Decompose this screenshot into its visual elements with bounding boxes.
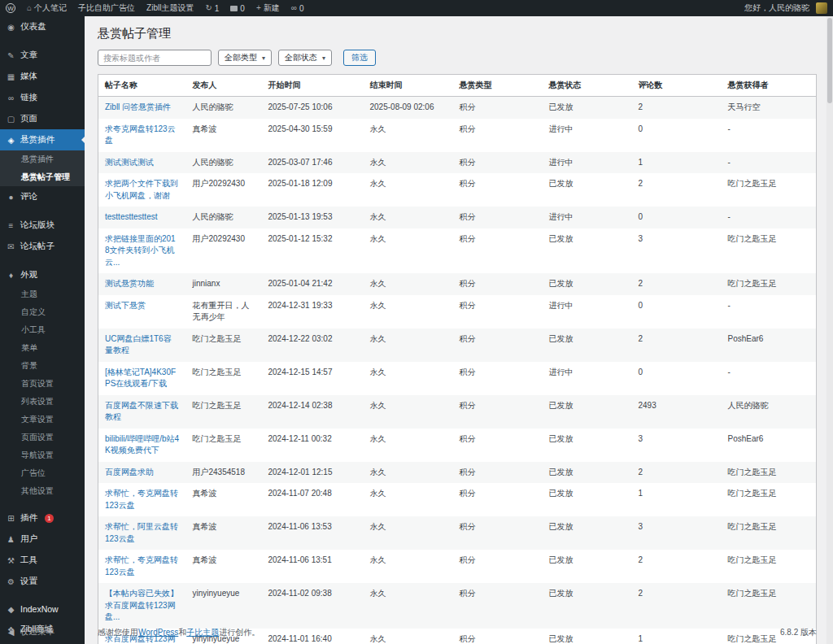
account-menu[interactable]: 您好，人民的骆驼	[739, 0, 833, 16]
sidebar-item-ad-slots[interactable]: 广告位	[0, 464, 85, 482]
post-title-link[interactable]: [格林笔记TA]4K30FPS在线观看/下载	[105, 368, 176, 389]
filter-bar: 全部类型 ▾ 全部状态 ▾ 筛选	[98, 50, 817, 66]
post-title-link[interactable]: 求帮忙，夸克网盘转123云盘	[105, 555, 178, 577]
post-title-link[interactable]: 【本帖内容已失效】求百度网盘转123网盘...	[105, 589, 178, 621]
sidebar-item-comments[interactable]: ●评论	[0, 186, 85, 207]
table-row: testtesttesttest人民的骆驼2025-01-13 19:53永久积…	[98, 207, 817, 228]
sidebar-item-menus[interactable]: 菜单	[0, 339, 85, 357]
sidebar-item-other-settings[interactable]: 其他设置	[0, 482, 85, 500]
cell-comments: 2	[632, 583, 722, 629]
sidebar-item-tools[interactable]: ⚒工具	[0, 550, 85, 571]
cell-type: 积分	[453, 462, 543, 484]
post-title-link[interactable]: 测试测试测试	[105, 158, 154, 167]
cell-comments: 0	[632, 295, 722, 329]
sidebar-item-bounty-plugin[interactable]: ◈悬赏插件	[0, 129, 85, 150]
cell-winner: 吃门之匙玉足	[722, 273, 817, 295]
admin-bar-ad-menu[interactable]: 子比自助广告位	[72, 0, 141, 16]
filter-button[interactable]: 筛选	[343, 50, 376, 66]
updates-menu[interactable]: ↻ 1	[199, 0, 225, 16]
cell-author: 真希波	[186, 119, 262, 152]
sidebar-item-themes[interactable]: 主题	[0, 285, 85, 303]
cell-start: 2025-01-13 19:53	[262, 207, 364, 228]
post-title-link[interactable]: 百度网盘求助	[105, 468, 154, 476]
sidebar-item-page-settings[interactable]: 页面设置	[0, 429, 85, 446]
scrollbar[interactable]	[826, 16, 833, 644]
table-header-row: 帖子名称发布人开始时间结束时间悬赏类型悬赏状态评论数悬赏获得者	[98, 75, 817, 97]
cell-name: [格林笔记TA]4K30FPS在线观看/下载	[98, 362, 186, 395]
sidebar-item-nav-settings[interactable]: 导航设置	[0, 446, 85, 464]
post-title-link[interactable]: 求把链接里面的2018文件夹转到小飞机云...	[105, 234, 176, 267]
cell-end: 永久	[364, 395, 453, 429]
theme-link[interactable]: 子比主题	[186, 628, 219, 637]
cell-winner: -	[722, 152, 817, 174]
sidebar-item-label: 导航设置	[21, 450, 54, 459]
sidebar-item-label: 文章	[20, 50, 37, 61]
sidebar-item-forum-posts[interactable]: ✉论坛帖子	[0, 236, 85, 257]
table-row: 测试悬赏功能jinnianx2025-01-04 21:42永久积分已发放2吃门…	[98, 273, 817, 295]
sidebar-item-label: 悬赏帖子管理	[21, 172, 70, 181]
post-title-link[interactable]: bilibili/哔哩哔哩/b站4K视频免费代下	[105, 434, 179, 455]
post-title-link[interactable]: 测试下悬赏	[105, 301, 146, 310]
post-title-link[interactable]: 求帮忙，阿里云盘转123云盘	[105, 522, 178, 543]
sidebar-item-dashboard[interactable]: ◉仪表盘	[0, 16, 85, 37]
footer: 感谢您使用WordPress和子比主题进行创作。 6.8.2 版本	[98, 627, 817, 638]
cell-status: 进行中	[543, 362, 632, 395]
sidebar-item-collapse-menu[interactable]: ◀ 收起菜单	[0, 621, 85, 642]
sidebar-item-indexnow[interactable]: ◆IndexNow	[0, 599, 85, 619]
comments-menu[interactable]: 0	[225, 0, 251, 16]
cell-name: 求帮忙，阿里云盘转123云盘	[98, 516, 186, 550]
sidebar-item-links[interactable]: ∞链接	[0, 87, 85, 108]
cell-type: 积分	[453, 329, 543, 362]
wordpress-menu[interactable]: W	[0, 0, 21, 16]
status-filter-select[interactable]: 全部状态 ▾	[278, 50, 332, 66]
links-menu[interactable]: ∞ 0	[286, 0, 310, 16]
cell-comments: 3	[632, 516, 722, 550]
post-title-link[interactable]: 百度网盘不限速下载教程	[105, 401, 178, 422]
wordpress-link[interactable]: WordPress	[138, 628, 178, 637]
sidebar-item-post-settings[interactable]: 文章设置	[0, 411, 85, 429]
post-title-link[interactable]: 求帮忙，夸克网盘转123云盘	[105, 489, 178, 510]
post-title-link[interactable]: 求把两个文件下载到小飞机网盘，谢谢	[105, 179, 178, 200]
sidebar-item-background[interactable]: 背景	[0, 357, 85, 375]
chevron-down-icon: ▾	[322, 54, 325, 62]
sidebar-item-label: 自定义	[21, 307, 46, 316]
post-title-link[interactable]: 测试悬赏功能	[105, 279, 154, 288]
cell-name: Zibll 问答悬赏插件	[98, 97, 186, 119]
sidebar-item-list-settings[interactable]: 列表设置	[0, 393, 85, 411]
sidebar-item-bounty-posts[interactable]: 悬赏帖子管理	[0, 168, 85, 186]
site-menu[interactable]: ⌂ 个人笔记	[21, 0, 72, 16]
admin-bar-theme-menu[interactable]: Zibll主题设置	[141, 0, 199, 16]
column-header: 帖子名称	[98, 75, 186, 97]
new-content-menu[interactable]: + 新建	[251, 0, 286, 16]
sidebar-item-appearance[interactable]: ♦外观	[0, 264, 85, 285]
cell-name: 求把链接里面的2018文件夹转到小飞机云...	[98, 228, 186, 274]
sidebar-item-settings[interactable]: ⚙设置	[0, 571, 85, 592]
type-filter-select[interactable]: 全部类型 ▾	[218, 50, 272, 66]
cell-start: 2024-12-14 02:38	[262, 395, 364, 429]
table-row: bilibili/哔哩哔哩/b站4K视频免费代下吃门之匙玉足2024-12-11…	[98, 429, 817, 462]
sidebar-item-media[interactable]: ▦媒体	[0, 66, 85, 87]
sidebar-item-widgets[interactable]: 小工具	[0, 321, 85, 339]
scrollbar-thumb[interactable]	[827, 18, 832, 103]
sidebar-item-bounty-plugin-sub[interactable]: 悬赏插件	[0, 150, 85, 168]
post-title-link[interactable]: testtesttesttest	[105, 212, 157, 221]
sidebar-item-pages[interactable]: ▢页面	[0, 108, 85, 129]
search-input[interactable]	[98, 50, 212, 66]
sidebar-item-customize[interactable]: 自定义	[0, 303, 85, 321]
cell-start: 2025-04-30 15:59	[262, 119, 364, 152]
cell-author: 用户20292430	[186, 173, 262, 207]
cell-end: 永久	[364, 273, 453, 295]
links-icon: ∞	[7, 94, 15, 102]
post-title-link[interactable]: Zibll 问答悬赏插件	[105, 102, 171, 111]
sidebar-item-posts[interactable]: ✎文章	[0, 45, 85, 66]
cell-author: jinnianx	[186, 273, 262, 295]
post-title-link[interactable]: 求夸克网盘转123云盘	[105, 124, 176, 146]
sidebar-item-plugins[interactable]: ⊞插件1	[0, 507, 85, 529]
sidebar-item-forum-sections[interactable]: ≡论坛版块	[0, 215, 85, 236]
sidebar-item-home-settings[interactable]: 首页设置	[0, 375, 85, 393]
post-title-link[interactable]: UC网盘白嫖1T6容量教程	[105, 334, 172, 355]
sidebar-item-users[interactable]: ♟用户	[0, 529, 85, 550]
cell-status: 已发放	[543, 273, 632, 295]
sidebar-item-label: 背景	[21, 361, 37, 370]
cell-end: 永久	[364, 119, 453, 152]
